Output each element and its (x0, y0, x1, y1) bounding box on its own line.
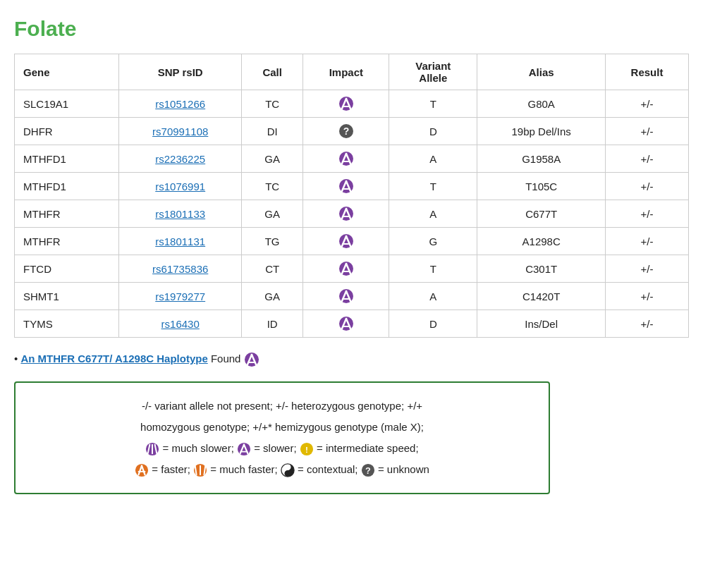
snp-link[interactable]: rs2236225 (155, 153, 205, 165)
legend-intermediate-label: = intermediate speed; (317, 442, 419, 454)
faster-legend-icon (135, 463, 149, 477)
cell-impact (303, 173, 389, 200)
slower-icon (338, 96, 354, 111)
cell-result: +/- (606, 228, 689, 255)
cell-snp: rs61735836 (119, 255, 241, 283)
svg-text:!: ! (305, 445, 308, 455)
table-row: SHMT1 rs1979277 GA A C1420T +/- (15, 283, 689, 310)
svg-point-58 (286, 472, 289, 475)
slower-icon (338, 151, 354, 166)
cell-gene: DHFR (15, 118, 119, 145)
intermediate-legend-icon: ! (300, 442, 314, 456)
snp-link[interactable]: rs1801133 (155, 208, 205, 220)
slower-legend-icon (237, 442, 251, 456)
snp-link[interactable]: rs70991108 (152, 125, 208, 137)
cell-alias: 19bp Del/Ins (477, 118, 606, 145)
haplotype-prefix: • (14, 353, 20, 365)
snp-link[interactable]: rs1801131 (155, 235, 205, 247)
cell-alias: C1420T (477, 283, 606, 310)
much-slower-legend-icon (145, 442, 159, 456)
cell-call: GA (241, 200, 302, 228)
unknown-icon: ? (338, 123, 354, 139)
slower-icon (338, 316, 354, 331)
slower-icon (338, 261, 354, 276)
cell-result: +/- (606, 310, 689, 338)
table-row: TYMS rs16430 ID D Ins/Del +/- (15, 310, 689, 338)
legend-much-faster-label: = much faster; (210, 463, 281, 475)
table-row: FTCD rs61735836 CT T C301T +/- (15, 255, 689, 283)
cell-alias: Ins/Del (477, 310, 606, 338)
snp-link[interactable]: rs1979277 (155, 290, 205, 302)
cell-snp: rs1801133 (119, 200, 241, 228)
cell-snp: rs70991108 (119, 118, 241, 145)
col-header-gene: Gene (15, 54, 119, 90)
snp-link[interactable]: rs61735836 (152, 263, 208, 275)
slower-icon (338, 206, 354, 221)
unknown-legend-icon: ? (361, 463, 375, 477)
table-row: DHFR rs70991108 DI ? D 19bp Del/Ins +/- (15, 118, 689, 145)
col-header-snp: SNP rsID (119, 54, 241, 90)
legend-contextual-label: = contextual; (298, 463, 361, 475)
cell-gene: SHMT1 (15, 283, 119, 310)
cell-gene: SLC19A1 (15, 90, 119, 118)
cell-gene: MTHFD1 (15, 173, 119, 200)
cell-call: GA (241, 145, 302, 173)
cell-impact (303, 310, 389, 338)
snp-link[interactable]: rs1051266 (155, 98, 205, 110)
cell-variant-allele: T (389, 173, 477, 200)
table-row: MTHFD1 rs2236225 GA A G1958A +/- (15, 145, 689, 173)
cell-gene: MTHFR (15, 228, 119, 255)
col-header-impact: Impact (303, 54, 389, 90)
table-row: MTHFR rs1801131 TG G A1298C +/- (15, 228, 689, 255)
col-header-call: Call (241, 54, 302, 90)
cell-snp: rs16430 (119, 310, 241, 338)
cell-call: TG (241, 228, 302, 255)
col-header-result: Result (606, 54, 689, 90)
cell-gene: TYMS (15, 310, 119, 338)
page-title: Folate (14, 17, 689, 41)
cell-snp: rs1979277 (119, 283, 241, 310)
col-header-alias: Alias (477, 54, 606, 90)
cell-variant-allele: A (389, 145, 477, 173)
cell-impact (303, 228, 389, 255)
legend-slower-label: = slower; (254, 442, 300, 454)
cell-variant-allele: T (389, 255, 477, 283)
table-row: MTHFD1 rs1076991 TC T T105C +/- (15, 173, 689, 200)
cell-alias: A1298C (477, 228, 606, 255)
slower-icon (244, 352, 259, 367)
legend-much-slower-label: = much slower; (163, 442, 237, 454)
slower-icon (338, 288, 354, 304)
cell-variant-allele: T (389, 90, 477, 118)
haplotype-line: • An MTHFR C677T/ A1298C Haplotype Found (14, 352, 689, 367)
cell-gene: FTCD (15, 255, 119, 283)
cell-result: +/- (606, 145, 689, 173)
cell-variant-allele: D (389, 118, 477, 145)
cell-alias: T105C (477, 173, 606, 200)
legend-text: -/- variant allele not present; +/- hete… (32, 396, 532, 480)
svg-point-57 (286, 466, 289, 469)
cell-result: +/- (606, 283, 689, 310)
cell-snp: rs1051266 (119, 90, 241, 118)
cell-impact (303, 90, 389, 118)
slower-icon (338, 178, 354, 194)
cell-variant-allele: A (389, 200, 477, 228)
cell-snp: rs2236225 (119, 145, 241, 173)
snp-link[interactable]: rs1076991 (155, 180, 205, 192)
haplotype-link[interactable]: An MTHFR C677T/ A1298C Haplotype (20, 353, 207, 365)
cell-result: +/- (606, 90, 689, 118)
legend-faster-label: = faster; (152, 463, 193, 475)
col-header-variant-allele: VariantAllele (389, 54, 477, 90)
cell-impact (303, 255, 389, 283)
cell-call: GA (241, 283, 302, 310)
cell-variant-allele: A (389, 283, 477, 310)
cell-alias: C677T (477, 200, 606, 228)
cell-impact (303, 145, 389, 173)
cell-alias: C301T (477, 255, 606, 283)
cell-impact (303, 283, 389, 310)
haplotype-icon (244, 352, 259, 367)
snp-link[interactable]: rs16430 (161, 318, 200, 330)
cell-call: TC (241, 90, 302, 118)
cell-call: ID (241, 310, 302, 338)
cell-variant-allele: D (389, 310, 477, 338)
much-faster-legend-icon (193, 463, 207, 477)
